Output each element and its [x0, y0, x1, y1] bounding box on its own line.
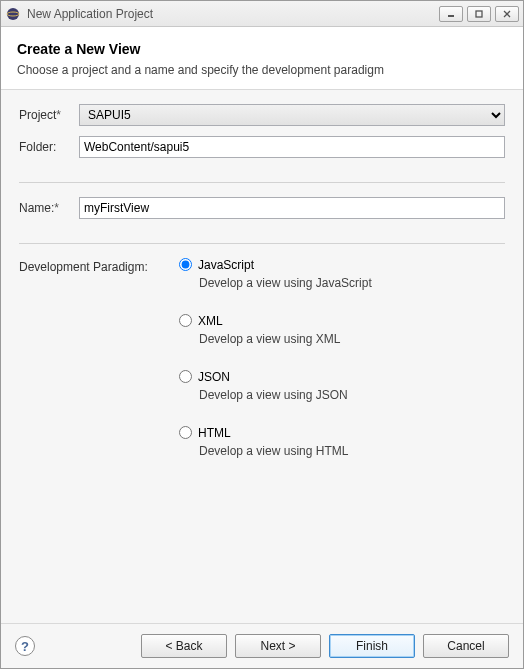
project-select[interactable]: SAPUI5: [79, 104, 505, 126]
paradigm-option-html: HTML Develop a view using HTML: [179, 426, 505, 458]
cancel-button[interactable]: Cancel: [423, 634, 509, 658]
paradigm-radio-html[interactable]: [179, 426, 192, 439]
svg-rect-3: [476, 11, 482, 17]
page-title: Create a New View: [17, 41, 507, 57]
window-title: New Application Project: [27, 7, 153, 21]
eclipse-icon: [5, 6, 21, 22]
paradigm-option-desc: Develop a view using HTML: [199, 444, 505, 458]
wizard-content: Project* SAPUI5 Folder: Name:* Developme…: [1, 90, 523, 623]
svg-point-0: [7, 8, 19, 20]
button-bar: ? < Back Next > Finish Cancel: [1, 623, 523, 668]
folder-label: Folder:: [19, 140, 79, 154]
paradigm-option-xml: XML Develop a view using XML: [179, 314, 505, 346]
paradigm-option-desc: Develop a view using JavaScript: [199, 276, 505, 290]
svg-rect-2: [448, 15, 454, 17]
paradigm-option-json: JSON Develop a view using JSON: [179, 370, 505, 402]
paradigm-option-label: JSON: [198, 370, 230, 384]
finish-button[interactable]: Finish: [329, 634, 415, 658]
divider: [19, 182, 505, 183]
paradigm-radio-json[interactable]: [179, 370, 192, 383]
next-button[interactable]: Next >: [235, 634, 321, 658]
paradigm-option-label: HTML: [198, 426, 231, 440]
paradigm-label: Development Paradigm:: [19, 258, 179, 274]
close-button[interactable]: [495, 6, 519, 22]
paradigm-radio-js[interactable]: [179, 258, 192, 271]
name-label: Name:*: [19, 201, 79, 215]
paradigm-option-label: JavaScript: [198, 258, 254, 272]
paradigm-option-js: JavaScript Develop a view using JavaScri…: [179, 258, 505, 290]
wizard-header: Create a New View Choose a project and a…: [1, 27, 523, 90]
minimize-button[interactable]: [439, 6, 463, 22]
maximize-button[interactable]: [467, 6, 491, 22]
name-input[interactable]: [79, 197, 505, 219]
paradigm-option-label: XML: [198, 314, 223, 328]
paradigm-radio-xml[interactable]: [179, 314, 192, 327]
project-label: Project*: [19, 108, 79, 122]
paradigm-option-desc: Develop a view using JSON: [199, 388, 505, 402]
help-icon[interactable]: ?: [15, 636, 35, 656]
page-description: Choose a project and a name and specify …: [17, 63, 507, 79]
divider: [19, 243, 505, 244]
title-bar: New Application Project: [1, 1, 523, 27]
paradigm-options: JavaScript Develop a view using JavaScri…: [179, 258, 505, 482]
paradigm-option-desc: Develop a view using XML: [199, 332, 505, 346]
back-button[interactable]: < Back: [141, 634, 227, 658]
folder-input[interactable]: [79, 136, 505, 158]
